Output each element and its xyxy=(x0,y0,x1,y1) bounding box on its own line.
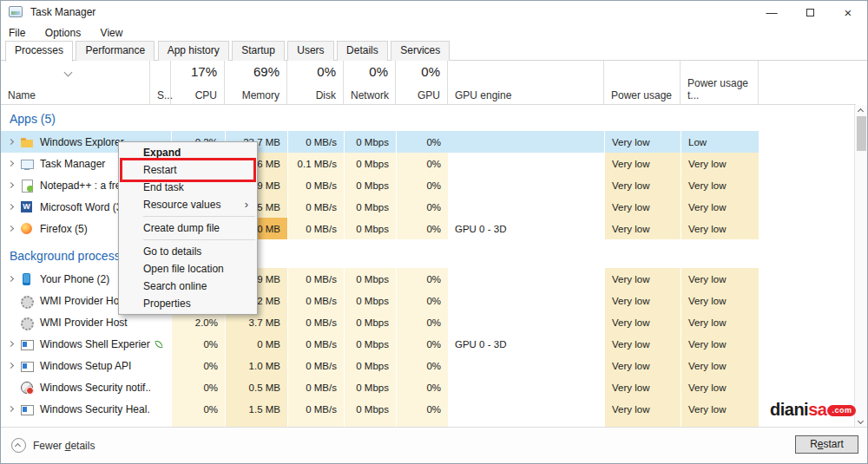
cpu-value: 0% xyxy=(171,398,225,420)
task-manager-window: Task Manager — × File Options View Proce… xyxy=(0,0,868,464)
gpu-engine-value: GPU 0 - 3D xyxy=(448,218,604,239)
process-row[interactable]: Windows Shell Experien... 0% 0 MB 0 MB/s… xyxy=(1,333,856,355)
column-name[interactable]: Name xyxy=(1,61,150,104)
maximize-button[interactable] xyxy=(791,1,829,24)
column-memory[interactable]: 69% Memory xyxy=(225,61,287,104)
expand-chevron-icon[interactable] xyxy=(8,160,14,167)
gpu-engine-value xyxy=(448,174,604,196)
column-power-usage[interactable]: Power usage xyxy=(604,61,681,104)
close-button[interactable]: × xyxy=(829,1,867,24)
title-bar: Task Manager — × xyxy=(1,1,867,24)
row-filler xyxy=(759,218,856,239)
status-cell xyxy=(150,355,171,376)
column-disk[interactable]: 0% Disk xyxy=(287,61,344,104)
tab-performance[interactable]: Performance xyxy=(76,41,155,61)
power-usage-value: Very low xyxy=(604,398,681,420)
disk-value: 0.1 MB/s xyxy=(287,153,344,174)
group-header[interactable]: Apps (5) xyxy=(1,105,856,131)
tab-processes[interactable]: Processes xyxy=(5,41,73,62)
network-value: 0 Mbps xyxy=(344,333,396,355)
row-filler xyxy=(759,268,856,290)
gpu-engine-value xyxy=(448,153,604,174)
gpu-value: 0% xyxy=(396,218,448,239)
dianisa-watermark: dianisa.com xyxy=(770,400,856,420)
memory-value: 1.5 MB xyxy=(225,398,287,420)
column-cpu[interactable]: 17% CPU xyxy=(171,61,225,104)
process-icon xyxy=(20,272,34,286)
process-icon xyxy=(20,157,34,171)
column-header: Name S... 17% CPU 69% Memory 0% Disk 0% … xyxy=(1,61,856,105)
gpu-value: 0% xyxy=(396,196,448,218)
process-row[interactable]: Windows Security notif... 0% 0.5 MB 0 MB… xyxy=(1,376,856,398)
process-name-cell[interactable]: Windows Security notif... xyxy=(1,376,150,398)
menu-item-go-to-details[interactable]: Go to details xyxy=(119,243,257,260)
expand-chevron-icon[interactable] xyxy=(8,204,14,210)
process-name: Notepad++ : a free xyxy=(40,180,127,192)
tab-app-history[interactable]: App history xyxy=(158,41,229,61)
menu-item-open-file-location[interactable]: Open file location xyxy=(119,260,257,278)
gpu-engine-value xyxy=(448,311,604,333)
process-name: Firefox (5) xyxy=(40,223,88,235)
process-name: Windows Explorer xyxy=(40,136,124,148)
network-value: 0 Mbps xyxy=(344,355,396,376)
menu-item-restart[interactable]: Restart xyxy=(119,161,257,179)
sort-chevron-icon xyxy=(64,69,73,77)
column-network[interactable]: 0% Network xyxy=(344,61,396,104)
tab-details[interactable]: Details xyxy=(337,41,388,61)
expand-chevron-icon[interactable] xyxy=(8,225,14,232)
cpu-value: 0% xyxy=(171,333,225,355)
gpu-value: 0% xyxy=(396,333,448,355)
menu-view[interactable]: View xyxy=(93,25,131,42)
minimize-button[interactable]: — xyxy=(753,1,791,24)
process-icon xyxy=(20,222,34,236)
power-usage-trend-value: Very low xyxy=(681,376,759,398)
expand-chevron-icon[interactable] xyxy=(8,139,14,145)
gpu-engine-value xyxy=(448,196,604,218)
gpu-engine-value xyxy=(448,131,604,153)
menu-item-search-online[interactable]: Search online xyxy=(119,278,257,295)
process-row[interactable]: Windows Security Heal... 0% 1.5 MB 0 MB/… xyxy=(1,398,856,420)
status-cell xyxy=(150,398,171,420)
tab-startup[interactable]: Startup xyxy=(232,41,285,61)
process-row[interactable]: Windows Setup API 0% 1.0 MB 0 MB/s 0 Mbp… xyxy=(1,355,856,376)
process-name-cell[interactable]: Windows Setup API xyxy=(1,355,150,376)
menu-item-resource-values[interactable]: Resource values › xyxy=(119,196,257,213)
expand-chevron-icon[interactable] xyxy=(8,341,14,347)
fewer-details-toggle[interactable]: Fewer details xyxy=(11,438,95,453)
expand-chevron-icon[interactable] xyxy=(8,276,14,282)
power-usage-value: Very low xyxy=(604,333,681,355)
column-gpu-engine[interactable]: GPU engine xyxy=(448,61,604,104)
menu-item-create-dump-file[interactable]: Create dump file xyxy=(119,219,257,237)
vertical-scrollbar[interactable] xyxy=(854,105,867,428)
tab-users[interactable]: Users xyxy=(287,41,333,61)
process-name-cell[interactable]: Windows Shell Experien... xyxy=(1,333,150,355)
power-usage-value: Very low xyxy=(604,131,681,153)
restart-button[interactable]: Restart xyxy=(795,435,858,454)
menu-file[interactable]: File xyxy=(1,25,33,42)
power-usage-trend-value: Very low xyxy=(681,218,759,239)
column-status[interactable]: S... xyxy=(150,61,171,104)
expand-chevron-icon[interactable] xyxy=(8,363,14,369)
expand-chevron-icon[interactable] xyxy=(8,406,14,412)
disk-value: 0 MB/s xyxy=(287,398,344,420)
expand-chevron-icon[interactable] xyxy=(8,182,14,188)
gpu-engine-value xyxy=(448,355,604,376)
tab-services[interactable]: Services xyxy=(391,41,450,61)
menu-item-properties[interactable]: Properties xyxy=(119,295,257,312)
power-usage-value: Very low xyxy=(604,311,681,333)
row-filler xyxy=(759,311,856,333)
power-usage-value: Very low xyxy=(604,290,681,311)
column-gpu[interactable]: 0% GPU xyxy=(396,61,448,104)
scrollbar-thumb[interactable] xyxy=(857,116,866,151)
suspended-leaf-icon xyxy=(155,339,163,349)
menu-separator xyxy=(143,216,255,217)
menu-options[interactable]: Options xyxy=(37,25,89,42)
disk-value: 0 MB/s xyxy=(287,268,344,290)
task-manager-icon xyxy=(9,6,23,17)
scroll-up-icon[interactable] xyxy=(855,105,867,116)
power-usage-value: Very low xyxy=(604,218,681,239)
process-name-cell[interactable]: Windows Security Heal... xyxy=(1,398,150,420)
network-value: 0 Mbps xyxy=(344,196,396,218)
column-power-usage-trend[interactable]: Power usage t... xyxy=(681,61,759,104)
window-title: Task Manager xyxy=(30,6,95,18)
